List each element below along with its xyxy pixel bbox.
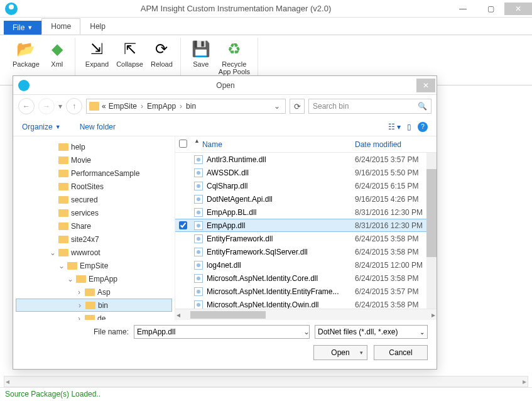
file-row[interactable]: Antlr3.Runtime.dll6/24/2015 3:57 PM [175,153,437,166]
column-name[interactable]: ▲Name [194,140,355,149]
file-row[interactable]: EntityFramework.SqlServer.dll6/24/2015 3… [175,245,437,258]
nav-recent-icon[interactable]: ▾ [58,102,62,111]
collapse-icon: ⇱ [120,39,140,59]
file-name: AWSSDK.dll [207,168,249,177]
tree-item[interactable]: ⌄wwwroot [16,246,172,259]
folder-icon [85,302,95,309]
tree-item[interactable]: ⌄EmpApp [16,272,172,285]
file-date: 6/24/2015 3:57 PM [355,155,437,164]
file-row[interactable]: Microsoft.AspNet.Identity.EntityFrame...… [175,285,437,298]
folder-icon [67,262,77,270]
new-folder-button[interactable]: New folder [80,123,116,131]
column-date[interactable]: Date modified [355,140,437,149]
folder-icon [76,275,86,283]
folder-icon [58,222,68,230]
maximize-button[interactable]: ▢ [477,3,504,15]
nav-back-button[interactable]: ← [18,98,35,114]
preview-pane-button[interactable]: ▯ [407,123,411,131]
folder-tree[interactable]: helpMoviePerformanceSampleRootSitessecur… [13,136,175,320]
file-name: EmpApp.BL.dll [207,208,256,217]
file-name: log4net.dll [207,261,241,270]
tree-item[interactable]: services [16,206,172,219]
file-row[interactable]: EmpApp.BL.dll8/31/2016 12:30 PM [175,206,437,219]
file-date: 6/24/2015 3:58 PM [355,274,437,283]
file-checkbox[interactable] [179,221,187,229]
address-dropdown-icon[interactable]: ⌄ [271,102,283,111]
folder-open-icon: 📂 [16,39,36,59]
main-hscroll[interactable]: ◂▸ [4,376,528,387]
file-name: Microsoft.AspNet.Identity.Owin.dll [207,300,319,309]
tree-item[interactable]: secured [16,193,172,206]
file-row[interactable]: EntityFramework.dll6/24/2015 3:58 PM [175,232,437,245]
tree-item[interactable]: site24x7 [16,233,172,246]
dialog-close-button[interactable]: ✕ [416,79,435,92]
tree-item[interactable]: Share [16,219,172,233]
file-row[interactable]: AWSSDK.dll9/16/2015 5:50 PM [175,166,437,179]
tree-label: bin [98,301,108,310]
search-icon: 🔍 [418,102,427,111]
nav-forward-button[interactable]: → [38,98,55,114]
file-list[interactable]: Antlr3.Runtime.dll6/24/2015 3:57 PMAWSSD… [175,153,437,309]
tree-item[interactable]: ›Asp [16,285,172,299]
file-date: 6/24/2015 3:58 PM [355,234,437,243]
tree-label: help [71,143,85,151]
file-name: Antlr3.Runtime.dll [207,155,266,164]
file-row[interactable]: EmpApp.dll8/31/2016 12:30 PM [175,219,437,232]
dll-file-icon [194,168,203,177]
tree-item[interactable]: ›bin [16,299,172,312]
tree-label: RootSites [71,182,104,191]
dll-file-icon [194,261,203,270]
file-row[interactable]: Microsoft.AspNet.Identity.Owin.dll6/24/2… [175,298,437,309]
list-hscroll[interactable]: ◂▸ [175,309,437,320]
file-name-input[interactable] [134,325,310,339]
dll-file-icon [194,274,203,283]
list-vscroll-thumb[interactable] [426,169,437,257]
address-bar[interactable]: « EmpSite› EmpApp› bin ⌄ [86,99,286,114]
help-icon[interactable]: ? [418,122,428,132]
crumb-empapp[interactable]: EmpApp [147,102,176,111]
dll-file-icon [194,221,203,230]
file-row[interactable]: CqlSharp.dll6/24/2015 6:15 PM [175,179,437,192]
nav-up-button[interactable]: ↑ [66,98,82,114]
tree-label: services [71,209,99,217]
open-button[interactable]: Open [313,345,367,360]
tree-label: Share [71,222,91,231]
file-name: EmpApp.dll [207,221,245,230]
file-date: 8/24/2015 12:00 PM [355,261,437,270]
tree-item[interactable]: ⌄EmpSite [16,259,172,272]
save-icon: 💾 [191,39,211,59]
file-date: 6/24/2015 3:58 PM [355,248,437,256]
cancel-button[interactable]: Cancel [374,345,428,360]
folder-icon [58,236,68,243]
file-menu[interactable]: File▼ [4,21,41,35]
file-name: Microsoft.AspNet.Identity.EntityFrame... [207,287,339,296]
dialog-icon [18,80,30,91]
tab-help[interactable]: Help [80,18,115,35]
file-name: EntityFramework.dll [207,234,273,243]
crumb-empsite[interactable]: EmpSite [109,102,137,111]
tree-item[interactable]: PerformanceSample [16,167,172,180]
close-button[interactable]: ✕ [504,3,532,15]
tree-label: Asp [97,288,111,297]
folder-icon [89,102,99,111]
crumb-bin[interactable]: bin [186,102,196,111]
tree-item[interactable]: help [16,140,172,153]
refresh-button[interactable]: ⟳ [290,99,305,114]
file-type-filter[interactable]: DotNet files (*.dll, *.exe)⌄ [315,325,428,339]
view-mode-button[interactable]: ☷ ▾ [388,123,401,131]
tree-item[interactable]: Movie [16,153,172,167]
file-name-dropdown-icon[interactable]: ⌄ [303,327,310,336]
tree-item[interactable]: RootSites [16,180,172,193]
minimize-button[interactable]: — [449,3,477,15]
tree-label: PerformanceSample [71,169,139,178]
app-icon [5,3,18,15]
file-date: 6/24/2015 3:58 PM [355,300,437,309]
tab-home[interactable]: Home [41,18,80,35]
search-input[interactable]: Search bin 🔍 [308,99,432,114]
file-row[interactable]: DotNetAgent.Api.dll9/16/2015 4:26 PM [175,192,437,206]
file-row[interactable]: log4net.dll8/24/2015 12:00 PM [175,258,437,272]
file-row[interactable]: Microsoft.AspNet.Identity.Core.dll6/24/2… [175,272,437,285]
tree-item[interactable]: ›de [16,312,172,320]
organize-button[interactable]: Organize▼ [22,123,61,131]
select-all-checkbox[interactable] [179,140,187,148]
